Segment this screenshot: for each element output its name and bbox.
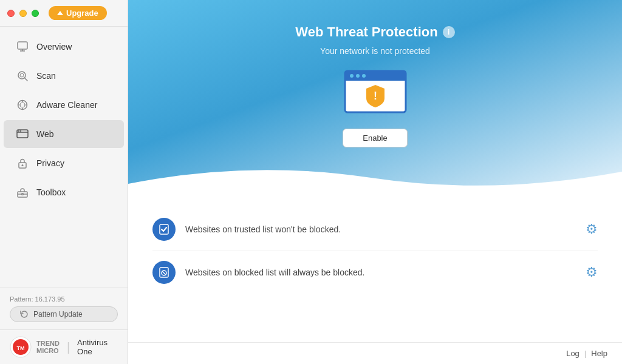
sidebar-item-web[interactable]: Web: [4, 120, 124, 148]
sidebar-item-privacy-label: Privacy: [36, 158, 64, 168]
svg-point-5: [20, 73, 24, 77]
sidebar-footer: Pattern: 16.173.95 Pattern Update: [0, 288, 128, 329]
svg-point-28: [356, 74, 360, 78]
bottom-bar: Log | Help: [128, 342, 622, 364]
wave-divider: [128, 160, 622, 196]
browser-warning-illustration: ! Enable: [152, 56, 598, 147]
trusted-list-text: Websites on trusted list won't be blocke…: [185, 224, 576, 234]
hero-title-row: Web Threat Protection i: [152, 24, 598, 40]
pattern-update-button[interactable]: Pattern Update: [10, 306, 118, 322]
svg-point-14: [18, 130, 19, 132]
pattern-update-label: Pattern Update: [33, 310, 83, 318]
sidebar-item-toolbox-label: Toolbox: [36, 187, 66, 197]
footer-divider: |: [584, 349, 586, 358]
log-link[interactable]: Log: [566, 349, 579, 358]
svg-point-7: [20, 103, 25, 107]
sidebar-item-adware[interactable]: Adware Cleaner: [4, 91, 124, 119]
toolbox-icon: [16, 186, 29, 199]
sidebar-item-scan[interactable]: Scan: [4, 62, 124, 90]
trusted-list-row: Websites on trusted list won't be blocke…: [152, 208, 598, 251]
svg-point-17: [22, 164, 24, 166]
svg-line-4: [25, 78, 28, 81]
upgrade-button[interactable]: Upgrade: [49, 6, 107, 20]
arrow-up-icon: [57, 11, 63, 15]
enable-button[interactable]: Enable: [343, 129, 407, 147]
sidebar-nav: Overview Scan: [0, 27, 128, 288]
close-button[interactable]: [7, 10, 15, 17]
svg-line-34: [162, 271, 166, 275]
sidebar-item-web-label: Web: [36, 129, 54, 139]
svg-rect-0: [18, 42, 27, 49]
svg-rect-26: [345, 76, 406, 81]
trend-micro-logo: TM: [10, 336, 32, 358]
main-content: Web Threat Protection i Your network is …: [128, 0, 622, 364]
privacy-icon: [16, 157, 29, 170]
blocked-list-settings-button[interactable]: ⚙: [586, 265, 598, 280]
svg-point-29: [362, 74, 366, 78]
sidebar-item-overview[interactable]: Overview: [4, 33, 124, 61]
sidebar-item-adware-label: Adware Cleaner: [36, 100, 97, 110]
pattern-version: Pattern: 16.173.95: [10, 295, 118, 303]
overview-icon: [16, 40, 29, 53]
help-link[interactable]: Help: [591, 349, 607, 358]
blocked-list-row: Websites on blocked list will always be …: [152, 251, 598, 294]
blocked-list-icon: [152, 261, 176, 284]
web-icon: [16, 127, 29, 141]
hero-title: Web Threat Protection: [295, 24, 437, 40]
sidebar-item-scan-label: Scan: [36, 71, 56, 81]
refresh-icon: [20, 310, 29, 318]
sidebar: Upgrade Overview: [0, 0, 128, 364]
blocked-list-text: Websites on blocked list will always be …: [185, 268, 576, 277]
features-section: Websites on trusted list won't be blocke…: [128, 196, 622, 342]
browser-warning-icon: !: [342, 68, 409, 116]
info-icon[interactable]: i: [443, 26, 455, 38]
adware-icon: [16, 98, 29, 112]
trusted-list-icon: [152, 218, 176, 241]
brand-footer: TM TRENDMICRO | Antivirus One: [0, 329, 128, 364]
titlebar: Upgrade: [0, 0, 128, 27]
maximize-button[interactable]: [32, 10, 39, 17]
brand-divider: |: [67, 340, 70, 354]
scan-icon: [16, 69, 29, 83]
svg-text:!: !: [374, 90, 377, 102]
trusted-list-settings-button[interactable]: ⚙: [586, 221, 598, 237]
sidebar-item-overview-label: Overview: [36, 42, 72, 52]
hero-subtitle: Your network is not protected: [152, 46, 598, 56]
sidebar-item-toolbox[interactable]: Toolbox: [4, 178, 124, 206]
trend-micro-label: TRENDMICRO: [36, 340, 60, 354]
svg-text:TM: TM: [17, 345, 25, 351]
svg-point-15: [20, 130, 21, 132]
app-brand-name: Antivirus One: [77, 338, 118, 356]
sidebar-item-privacy[interactable]: Privacy: [4, 149, 124, 177]
upgrade-label: Upgrade: [66, 8, 98, 18]
hero-section: Web Threat Protection i Your network is …: [128, 0, 622, 196]
minimize-button[interactable]: [19, 10, 27, 17]
svg-point-27: [350, 74, 354, 78]
